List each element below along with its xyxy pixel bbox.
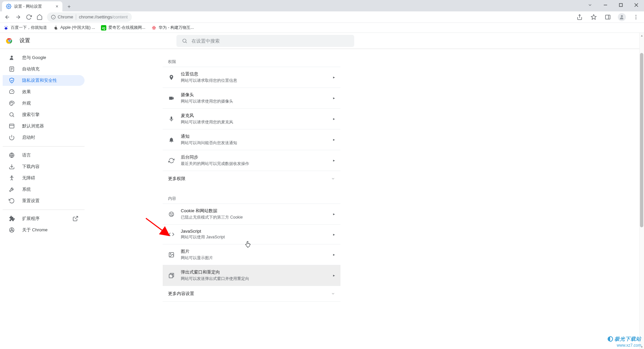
forward-button[interactable] xyxy=(13,12,23,22)
profile-avatar-button[interactable] xyxy=(616,12,627,22)
chevron-right-icon: ▸ xyxy=(333,75,335,79)
sidebar-item-you-google[interactable]: 您与 Google xyxy=(3,52,85,63)
setting-row-popups[interactable]: 弹出式窗口和重定向网站可以发送弹出式窗口并使用重定向 ▸ xyxy=(163,265,340,286)
svg-point-32 xyxy=(11,102,12,103)
row-sub: 网站可以请求使用您的麦克风 xyxy=(181,119,333,125)
svg-point-42 xyxy=(11,176,12,177)
svg-rect-36 xyxy=(9,124,14,128)
location-icon xyxy=(168,74,174,80)
chrome-logo-icon xyxy=(5,37,13,45)
sidebar-item-label: 默认浏览器 xyxy=(22,123,44,129)
site-info-label: Chrome xyxy=(58,14,73,19)
sidebar-item-language[interactable]: 语言 xyxy=(3,150,85,161)
bookmark-item-iqiyi[interactable]: iQ 爱奇艺-在线视频网... xyxy=(101,25,145,31)
bookmark-item-baidu[interactable]: 百度一下，你就知道 xyxy=(3,25,47,31)
setting-row-background-sync[interactable]: 后台同步最近关闭的网站可以完成数据收发操作 ▸ xyxy=(163,150,340,171)
sidebar-item-performance[interactable]: 效果 xyxy=(3,86,85,97)
scrollbar-track[interactable]: ▴ ▾ xyxy=(639,33,644,349)
setting-row-location[interactable]: 位置信息网站可以请求取得您的位置信息 ▸ xyxy=(163,67,340,88)
svg-point-51 xyxy=(172,213,173,214)
chevron-right-icon: ▸ xyxy=(333,137,335,142)
scrollbar-thumb[interactable] xyxy=(640,53,643,227)
autofill-icon xyxy=(9,66,15,72)
sidebar-item-reset[interactable]: 重置设置 xyxy=(3,195,85,206)
setting-row-microphone[interactable]: 麦克风网站可以请求使用您的麦克风 ▸ xyxy=(163,108,340,129)
bookmarks-bar: 百度一下，你就知道 Apple (中国大陆) ... iQ 爱奇艺-在线视频网.… xyxy=(0,23,644,33)
row-sub: 网站可以询问能否向您发送通知 xyxy=(181,140,333,146)
external-link-icon xyxy=(72,216,78,222)
chevron-right-icon: ▸ xyxy=(333,212,335,216)
setting-row-camera[interactable]: 摄像头网站可以请求使用您的摄像头 ▸ xyxy=(163,88,340,108)
svg-line-48 xyxy=(12,231,14,231)
setting-row-notifications[interactable]: 通知网站可以询问能否向您发送通知 ▸ xyxy=(163,129,340,150)
row-sub: 网站可以使用 JavaScript xyxy=(181,234,333,240)
settings-search-box[interactable] xyxy=(176,35,354,47)
scrollbar-up-icon[interactable]: ▴ xyxy=(639,33,644,38)
sidebar-item-about[interactable]: 关于 Chrome xyxy=(3,225,85,235)
apple-icon xyxy=(53,25,58,31)
sidebar-item-system[interactable]: 系统 xyxy=(3,184,85,195)
sidebar-item-autofill[interactable]: 自动填充 xyxy=(3,64,85,74)
address-bar[interactable]: Chrome chrome://settings/content xyxy=(47,12,132,22)
settings-gear-icon xyxy=(6,4,11,9)
menu-button[interactable] xyxy=(631,12,641,22)
globe-icon xyxy=(9,152,15,158)
more-content-row[interactable]: 更多内容设置 xyxy=(163,286,340,302)
browser-tab-active[interactable]: 设置 - 网站设置 × xyxy=(2,1,62,11)
mic-icon xyxy=(168,116,174,122)
iqiyi-icon: iQ xyxy=(101,25,106,31)
sidebar-item-default-browser[interactable]: 默认浏览器 xyxy=(3,121,85,131)
bookmark-item-apple[interactable]: Apple (中国大陆) ... xyxy=(53,25,95,31)
bookmark-item-huawei[interactable]: 华为 - 构建万物互... xyxy=(151,25,194,31)
bookmark-label: Apple (中国大陆) ... xyxy=(60,25,95,31)
more-permissions-row[interactable]: 更多权限 xyxy=(163,171,340,186)
svg-rect-12 xyxy=(605,15,610,19)
settings-search-input[interactable] xyxy=(192,38,349,44)
sidebar-item-startup[interactable]: 启动时 xyxy=(3,132,85,143)
bookmark-star-button[interactable] xyxy=(588,12,599,22)
setting-row-javascript[interactable]: JavaScript网站可以使用 JavaScript ▸ xyxy=(163,224,340,244)
row-title: 通知 xyxy=(181,133,333,139)
row-title: JavaScript xyxy=(181,229,333,234)
home-button[interactable] xyxy=(35,12,44,22)
window-dropdown-button[interactable] xyxy=(582,0,598,10)
side-panel-button[interactable] xyxy=(602,12,613,22)
row-title: Cookie 和网站数据 xyxy=(181,208,333,214)
sidebar-item-label: 启动时 xyxy=(22,134,35,140)
sidebar-item-privacy[interactable]: 隐私设置和安全性 xyxy=(3,75,85,86)
sidebar-item-search-engine[interactable]: 搜索引擎 xyxy=(3,109,85,120)
setting-row-images[interactable]: 图片网站可以显示图片 ▸ xyxy=(163,244,340,265)
sync-icon xyxy=(168,158,174,164)
window-minimize-button[interactable] xyxy=(598,0,613,10)
section-permissions-label: 权限 xyxy=(163,56,340,67)
row-sub: 已阻止无痕模式下的第三方 Cookie xyxy=(181,215,333,220)
tab-close-icon[interactable]: × xyxy=(56,4,58,9)
section-content-label: 内容 xyxy=(163,192,340,203)
svg-point-33 xyxy=(12,102,13,103)
bookmark-label: 爱奇艺-在线视频网... xyxy=(108,25,145,31)
svg-point-49 xyxy=(169,212,174,217)
sidebar-item-downloads[interactable]: 下载内容 xyxy=(3,161,85,172)
content-card: 权限 位置信息网站可以请求取得您的位置信息 ▸ 摄像头网站可以请求使用您的摄像头… xyxy=(163,49,340,349)
more-content-label: 更多内容设置 xyxy=(168,291,194,297)
setting-row-cookies[interactable]: Cookie 和网站数据已阻止无痕模式下的第三方 Cookie ▸ xyxy=(163,203,340,224)
window-maximize-button[interactable] xyxy=(613,0,629,10)
sidebar-item-label: 效果 xyxy=(22,89,31,95)
svg-line-47 xyxy=(10,231,11,231)
site-info-button[interactable]: Chrome xyxy=(51,14,73,19)
palette-icon xyxy=(9,100,15,106)
sidebar-item-appearance[interactable]: 外观 xyxy=(3,98,85,109)
settings-body: 您与 Google 自动填充 隐私设置和安全性 效果 外观 搜索引擎 xyxy=(0,49,644,349)
svg-point-0 xyxy=(8,6,9,7)
reload-button[interactable] xyxy=(24,12,34,22)
back-button[interactable] xyxy=(3,12,12,22)
sidebar-item-extensions[interactable]: 扩展程序 xyxy=(3,213,85,224)
bell-icon xyxy=(168,137,174,143)
sidebar-item-accessibility[interactable]: 无障碍 xyxy=(3,173,85,183)
accessibility-icon xyxy=(9,175,15,181)
divider xyxy=(76,14,76,20)
chrome-info-icon xyxy=(51,15,56,19)
new-tab-button[interactable]: + xyxy=(64,2,74,11)
window-close-button[interactable] xyxy=(629,0,644,10)
share-button[interactable] xyxy=(574,12,585,22)
